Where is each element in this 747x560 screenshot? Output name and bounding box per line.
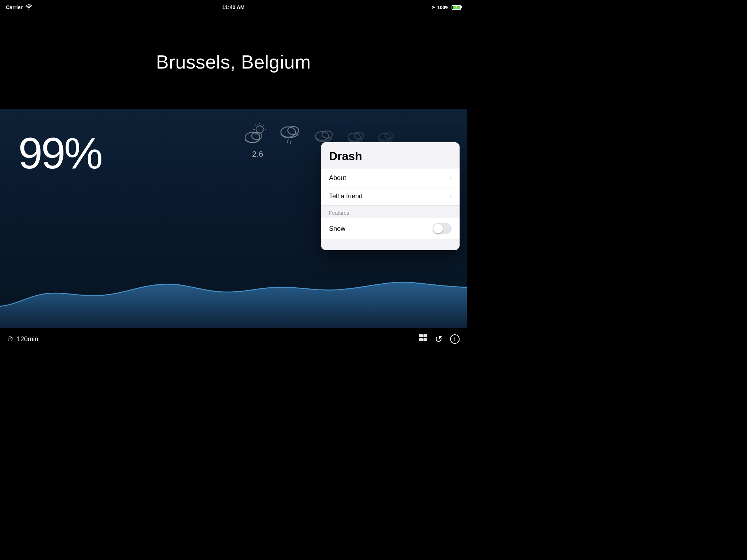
svg-point-20 [385, 133, 394, 139]
svg-line-13 [287, 139, 288, 143]
time-range-label: 120min [17, 335, 38, 343]
tell-friend-chevron-icon: › [449, 192, 452, 200]
gallery-icon[interactable] [419, 334, 427, 344]
about-chevron-icon: › [449, 174, 452, 182]
status-bar: Carrier 11:40 AM ➤ 100% ⚡ [0, 0, 467, 15]
svg-line-14 [290, 140, 291, 144]
svg-point-12 [288, 127, 299, 135]
svg-rect-22 [423, 334, 427, 337]
wifi-icon [26, 4, 32, 11]
cloud-rain-icon [277, 120, 305, 146]
tell-friend-label: Tell a friend [329, 192, 363, 200]
battery-icon: ⚡ [452, 5, 461, 10]
popup-tail-arrow [386, 241, 395, 246]
battery-percent-label: 100% [437, 5, 449, 10]
humidity-display: 99% [18, 131, 101, 175]
top-section: Brussels, Belgium [0, 15, 467, 109]
battery-bolt-icon: ⚡ [454, 5, 458, 9]
clock-icon: ⏱ [7, 335, 14, 343]
refresh-icon[interactable]: ↺ [435, 334, 443, 345]
bottom-bar: ⏱ 120min ↺ i [0, 328, 467, 350]
precip-value: 2.6 [252, 149, 263, 159]
toggle-knob [433, 224, 443, 233]
status-left: Carrier [6, 4, 32, 11]
about-label: About [329, 174, 346, 182]
svg-rect-21 [419, 334, 423, 337]
popup-tail [321, 239, 460, 250]
battery-indicator: ⚡ [452, 5, 461, 10]
carrier-label: Carrier [6, 4, 23, 10]
svg-line-6 [263, 125, 264, 126]
info-icon[interactable]: i [450, 334, 460, 344]
location-icon: ➤ [431, 5, 435, 10]
svg-point-18 [354, 132, 364, 139]
status-right: ➤ 100% ⚡ [431, 5, 461, 10]
features-section-header: Features [321, 206, 460, 218]
svg-point-16 [322, 131, 332, 138]
snow-toggle-row: Snow [321, 218, 460, 239]
popup-app-title: Drash [321, 142, 460, 169]
menu-item-about[interactable]: About › [321, 169, 460, 187]
svg-rect-24 [423, 338, 427, 341]
bottom-right-icons: ↺ i [419, 334, 460, 345]
svg-point-19 [379, 133, 390, 141]
cloud-sun-icon [241, 122, 270, 146]
status-time: 11:40 AM [222, 4, 245, 10]
popup-menu: Drash About › Tell a friend › Features S… [321, 142, 460, 250]
menu-item-tell-friend[interactable]: Tell a friend › [321, 187, 460, 206]
snow-toggle[interactable] [433, 223, 452, 234]
city-name: Brussels, Belgium [156, 51, 311, 73]
svg-rect-23 [419, 338, 423, 341]
snow-label: Snow [329, 225, 345, 233]
svg-line-5 [255, 125, 256, 126]
time-range-display: ⏱ 120min [7, 335, 38, 343]
